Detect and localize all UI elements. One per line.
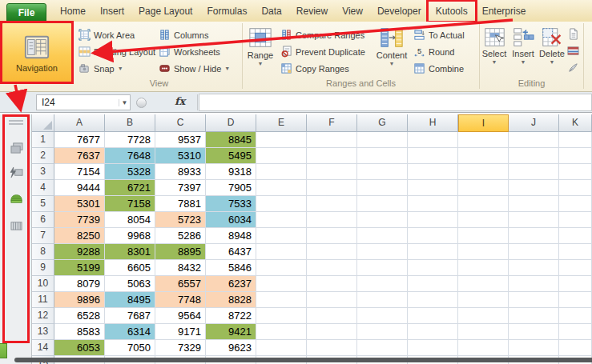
cell-k11[interactable] [559,292,592,308]
cell-a11[interactable]: 9896 [54,292,105,308]
cell-h5[interactable] [408,196,458,212]
columns-button[interactable]: Columns [156,26,240,43]
show-hide-button[interactable]: Show / Hide▼ [156,60,240,77]
cell-j4[interactable] [509,180,559,196]
cell-e5[interactable] [256,196,307,212]
cell-g13[interactable] [357,324,408,340]
cell-e1[interactable] [256,132,307,148]
row-header-8[interactable]: 8 [32,244,54,260]
workbook-sheets-icon[interactable] [7,141,25,155]
tab-kutools[interactable]: Kutools [429,2,475,21]
row-header-10[interactable]: 10 [32,276,54,292]
row-header-3[interactable]: 3 [32,164,54,180]
cell-b13[interactable]: 6314 [105,324,155,340]
cell-g9[interactable] [357,260,408,276]
cell-a7[interactable]: 8250 [54,228,105,244]
cell-j8[interactable] [509,244,559,260]
tab-insert[interactable]: Insert [93,2,131,21]
cell-h6[interactable] [408,212,458,228]
cell-i14[interactable] [458,340,509,356]
document-icon[interactable] [566,27,579,40]
cell-i3[interactable] [458,164,509,180]
cell-b5[interactable]: 7158 [105,196,155,212]
cell-b3[interactable]: 5328 [105,164,155,180]
cell-h14[interactable] [408,340,458,356]
cell-g3[interactable] [357,164,408,180]
name-box-dropdown-icon[interactable]: ▼ [119,99,130,106]
cell-b7[interactable]: 9968 [105,228,155,244]
row-header-12[interactable]: 12 [32,308,54,324]
cell-e11[interactable] [256,292,307,308]
row-header-13[interactable]: 13 [32,324,54,340]
cell-e12[interactable] [256,308,307,324]
tab-data[interactable]: Data [254,2,288,21]
cell-e6[interactable] [256,212,307,228]
column-header-j[interactable]: J [509,114,559,132]
column-header-a[interactable]: A [54,114,105,132]
cell-a3[interactable]: 7154 [54,164,105,180]
pane-resize-handle[interactable] [9,120,23,126]
row-header-11[interactable]: 11 [32,292,54,308]
cell-a4[interactable]: 9444 [54,180,105,196]
reading-layout-button[interactable]: Reading Layout▼ [76,43,156,60]
cell-f1[interactable] [307,132,357,148]
cell-a1[interactable]: 7677 [54,132,105,148]
cell-k14[interactable] [559,340,592,356]
cell-j9[interactable] [509,260,559,276]
cell-h3[interactable] [408,164,458,180]
cell-f2[interactable] [307,148,357,164]
cell-h11[interactable] [408,292,458,308]
formula-input[interactable] [199,94,592,111]
cell-f13[interactable] [307,324,357,340]
column-header-f[interactable]: F [307,114,357,132]
cell-h1[interactable] [408,132,458,148]
cell-e14[interactable] [256,340,307,356]
cell-i6[interactable] [458,212,509,228]
tab-formulas[interactable]: Formulas [199,2,254,21]
cell-c4[interactable]: 7397 [155,180,206,196]
tab-developer[interactable]: Developer [370,2,429,21]
cell-j5[interactable] [509,196,559,212]
navigation-button[interactable]: Navigation [2,22,72,83]
cell-k12[interactable] [559,308,592,324]
cell-d11[interactable]: 8828 [206,292,256,308]
cell-b1[interactable]: 7728 [105,132,155,148]
cell-d8[interactable]: 6437 [206,244,256,260]
cell-i8[interactable] [458,244,509,260]
autotext-icon[interactable] [7,165,25,179]
cell-c10[interactable]: 6557 [155,276,206,292]
insert-function-button[interactable]: fx [175,95,185,107]
cell-f4[interactable] [307,180,357,196]
cell-d4[interactable]: 7905 [206,180,256,196]
cell-g4[interactable] [357,180,408,196]
cell-f3[interactable] [307,164,357,180]
cell-c5[interactable]: 7881 [155,196,206,212]
cell-e2[interactable] [256,148,307,164]
cell-f12[interactable] [307,308,357,324]
cell-a2[interactable]: 7637 [54,148,105,164]
cell-i10[interactable] [458,276,509,292]
cell-g10[interactable] [357,276,408,292]
row-header-4[interactable]: 4 [32,180,54,196]
cell-k4[interactable] [559,180,592,196]
cell-a12[interactable]: 6528 [54,308,105,324]
cell-j14[interactable] [509,340,559,356]
cell-k3[interactable] [559,164,592,180]
cell-f8[interactable] [307,244,357,260]
cell-i12[interactable] [458,308,509,324]
cell-b12[interactable]: 7687 [105,308,155,324]
cell-i9[interactable] [458,260,509,276]
cell-e7[interactable] [256,228,307,244]
cell-i1[interactable] [458,132,509,148]
snap-button[interactable]: Snap▼ [76,60,156,77]
cell-f9[interactable] [307,260,357,276]
round-button[interactable]: 5Round [411,43,478,60]
cell-a10[interactable]: 8079 [54,276,105,292]
tab-enterprise[interactable]: Enterprise [475,2,534,21]
cell-e9[interactable] [256,260,307,276]
row-header-5[interactable]: 5 [32,196,54,212]
cell-d14[interactable]: 9623 [206,340,256,356]
cell-j12[interactable] [509,308,559,324]
cell-g8[interactable] [357,244,408,260]
cell-k8[interactable] [559,244,592,260]
